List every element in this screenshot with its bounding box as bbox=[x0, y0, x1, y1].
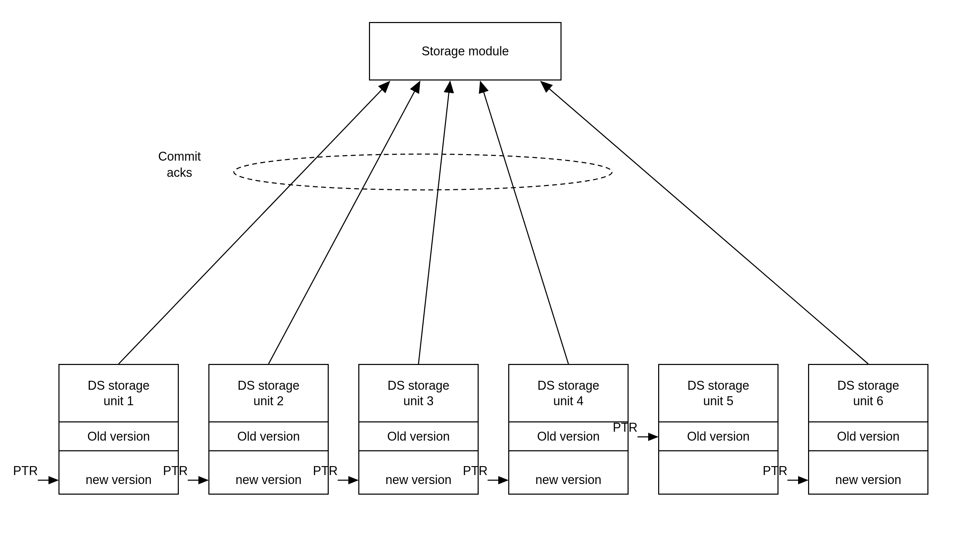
ack-arrow-6 bbox=[541, 81, 868, 364]
ack-arrow-4 bbox=[481, 81, 568, 364]
ack-arrow-3 bbox=[419, 81, 450, 364]
commit-acks-ellipse bbox=[234, 154, 612, 190]
ack-arrow-1 bbox=[119, 81, 390, 364]
diagram-lines bbox=[0, 0, 958, 560]
ack-arrow-2 bbox=[268, 81, 420, 364]
storage-module-label: Storage module bbox=[422, 44, 509, 59]
storage-module-box: Storage module bbox=[369, 22, 561, 81]
